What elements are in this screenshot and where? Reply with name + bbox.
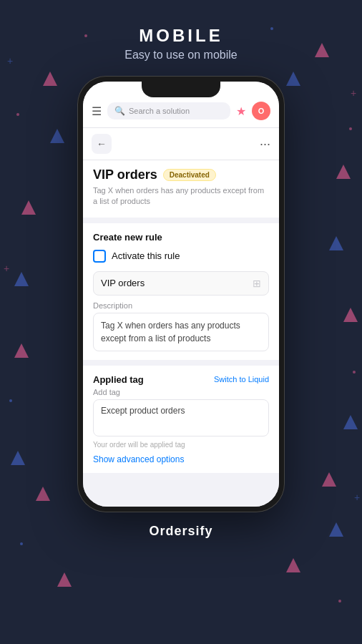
svg-marker-8	[57, 572, 72, 587]
avatar[interactable]: O	[252, 102, 270, 120]
applied-tag-section: Applied tag Switch to Liquid Add tag Exc…	[83, 366, 279, 473]
activate-checkbox-row[interactable]: Activate this rule	[93, 250, 269, 263]
section-title: Create new rule	[93, 232, 269, 243]
search-bar[interactable]: 🔍 Search a solution	[107, 102, 230, 119]
phone-wrapper: ☰ 🔍 Search a solution ★ O ← ··· V	[0, 76, 362, 512]
create-rule-section: Create new rule Activate this rule VIP o…	[83, 223, 279, 360]
header-subtitle: Easy to use on mobile	[0, 49, 362, 62]
rule-name-value: VIP orders	[101, 278, 145, 288]
add-tag-label: Add tag	[93, 388, 269, 396]
activate-checkbox[interactable]	[93, 250, 106, 263]
description-label: Description	[93, 301, 269, 310]
deactivated-badge: Deactivated	[163, 169, 216, 181]
order-title: VIP orders	[93, 167, 157, 182]
notch	[142, 82, 220, 97]
header-title: MOBILE	[0, 26, 362, 46]
activate-label: Activate this rule	[112, 250, 180, 261]
page-content: ← ··· VIP orders Deactivated Tag X when …	[83, 128, 279, 507]
tag-header: Applied tag Switch to Liquid	[93, 374, 269, 385]
tag-hint: Your order will be applied tag	[93, 441, 269, 449]
input-icon: ⊞	[253, 278, 261, 289]
back-button[interactable]: ←	[92, 134, 112, 154]
more-options-button[interactable]: ···	[260, 137, 270, 152]
switch-liquid-button[interactable]: Switch to Liquid	[214, 375, 269, 384]
svg-point-24	[338, 600, 341, 602]
nav-bar: ← ···	[83, 128, 279, 160]
footer: Ordersify	[0, 512, 362, 550]
tag-input[interactable]: Except product orders	[93, 399, 269, 436]
search-placeholder: Search a solution	[129, 107, 190, 115]
search-icon: 🔍	[114, 106, 125, 116]
order-description: Tag X when orders has any products excep…	[93, 185, 269, 208]
svg-marker-9	[286, 558, 300, 572]
description-box[interactable]: Tag X when orders has any products excep…	[93, 313, 269, 351]
rule-name-input[interactable]: VIP orders ⊞	[93, 271, 269, 296]
header: MOBILE Easy to use on mobile	[0, 0, 362, 62]
menu-icon[interactable]: ☰	[92, 104, 102, 118]
order-header: VIP orders Deactivated Tag X when orders…	[83, 160, 279, 218]
phone: ☰ 🔍 Search a solution ★ O ← ··· V	[77, 76, 285, 512]
tag-section-title: Applied tag	[93, 374, 144, 385]
brand-name: Ordersify	[11, 524, 351, 539]
order-title-row: VIP orders Deactivated	[93, 167, 269, 182]
show-advanced-button[interactable]: Show advanced options	[93, 454, 269, 464]
phone-screen: ☰ 🔍 Search a solution ★ O ← ··· V	[83, 82, 279, 507]
star-icon[interactable]: ★	[236, 104, 246, 118]
